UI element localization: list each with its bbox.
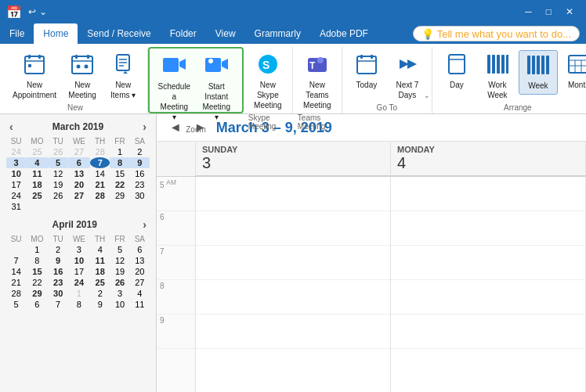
cal-cell[interactable]: 29 xyxy=(26,288,48,299)
monday-8am[interactable] xyxy=(391,280,585,315)
new-appointment-btn[interactable]: NewAppointment xyxy=(8,50,61,103)
menu-view[interactable]: View xyxy=(206,23,245,44)
menu-send-receive[interactable]: Send / Receive xyxy=(78,23,160,44)
sunday-6am[interactable] xyxy=(196,211,390,246)
cal-cell[interactable]: 27 xyxy=(68,146,90,157)
cal-cell[interactable]: 16 xyxy=(130,168,150,179)
cal-cell[interactable]: 26 xyxy=(49,190,68,201)
cal-cell[interactable]: 5 xyxy=(49,157,68,168)
schedule-meeting-btn[interactable]: Schedule aMeeting ▾ xyxy=(154,52,194,125)
cal-cell[interactable]: 3 xyxy=(6,157,26,168)
cal-cell[interactable]: 3 xyxy=(110,288,129,299)
cal-cell[interactable]: 22 xyxy=(26,277,48,288)
cal-cell[interactable]: 24 xyxy=(68,277,90,288)
new-items-btn[interactable]: NewItems ▾ xyxy=(103,50,143,103)
cal-cell[interactable]: 26 xyxy=(49,146,68,157)
cal-cell[interactable]: 24 xyxy=(6,146,26,157)
menu-home[interactable]: Home xyxy=(34,23,78,44)
sunday-5am[interactable] xyxy=(196,177,390,211)
cal-cell[interactable]: 10 xyxy=(68,255,90,266)
cal-cell[interactable]: 13 xyxy=(130,255,150,266)
april-next-btn[interactable]: › xyxy=(139,218,150,231)
menu-file[interactable]: File xyxy=(0,23,34,44)
undo-btn[interactable]: ↩ xyxy=(28,6,36,17)
today-btn[interactable]: Today xyxy=(347,50,386,93)
monday-6am[interactable] xyxy=(391,211,585,246)
cal-cell[interactable]: 2 xyxy=(130,146,150,157)
monday-7am[interactable] xyxy=(391,246,585,280)
sunday-8am[interactable] xyxy=(196,280,390,315)
cal-cell[interactable]: 16 xyxy=(49,266,68,277)
new-skype-btn[interactable]: S New SkypeMeeting xyxy=(248,50,288,113)
cal-cell[interactable]: 14 xyxy=(90,168,110,179)
monday-col[interactable] xyxy=(391,177,586,392)
menu-grammarly[interactable]: Grammarly xyxy=(245,23,310,44)
cal-cell[interactable]: 10 xyxy=(110,299,129,310)
cal-cell[interactable]: 6 xyxy=(130,244,150,255)
cal-cell[interactable]: 18 xyxy=(90,266,110,277)
start-instant-btn[interactable]: Start InstantMeeting ▾ xyxy=(196,52,237,125)
cal-cell[interactable]: 11 xyxy=(90,255,110,266)
cal-cell[interactable]: 24 xyxy=(6,190,26,201)
cal-cell[interactable]: 7 xyxy=(6,255,26,266)
cal-cell[interactable]: 13 xyxy=(68,168,90,179)
cal-cell[interactable]: 5 xyxy=(6,299,26,310)
cal-cell[interactable]: 19 xyxy=(49,179,68,190)
prev-month-btn[interactable]: ‹ xyxy=(6,120,16,133)
cal-cell[interactable]: 3 xyxy=(68,244,90,255)
cal-cell[interactable]: 4 xyxy=(90,244,110,255)
cal-cell[interactable]: 26 xyxy=(110,277,129,288)
cal-cell[interactable]: 22 xyxy=(110,179,129,190)
monday-9am[interactable] xyxy=(391,315,585,349)
cal-cell[interactable]: 25 xyxy=(26,146,48,157)
cal-cell[interactable]: 9 xyxy=(90,299,110,310)
cal-scroll-area[interactable]: 5 AM 6 7 8 9 xyxy=(157,177,586,392)
cal-cell[interactable]: 23 xyxy=(130,179,150,190)
cal-cell[interactable]: 8 xyxy=(110,157,129,168)
workweek-view-btn[interactable]: WorkWeek xyxy=(478,50,517,103)
cal-cell[interactable]: 5 xyxy=(110,244,129,255)
next7-btn[interactable]: Next 7Days xyxy=(388,50,427,103)
cal-cell[interactable]: 17 xyxy=(6,179,26,190)
cal-cell[interactable]: 4 xyxy=(130,288,150,299)
cal-cell[interactable]: 30 xyxy=(130,190,150,201)
cal-cell[interactable]: 2 xyxy=(90,288,110,299)
cal-cell[interactable]: 9 xyxy=(49,255,68,266)
sunday-7am[interactable] xyxy=(196,246,390,280)
cal-cell[interactable]: 28 xyxy=(90,146,110,157)
cal-cell[interactable]: 23 xyxy=(49,277,68,288)
cal-cell[interactable]: 1 xyxy=(110,146,129,157)
cal-cell[interactable]: 27 xyxy=(68,190,90,201)
cal-cell[interactable]: 18 xyxy=(26,179,48,190)
monday-5am[interactable] xyxy=(391,177,585,211)
next-month-btn[interactable]: › xyxy=(139,120,150,133)
cal-cell[interactable]: 1 xyxy=(26,244,48,255)
cal-cell[interactable]: 31 xyxy=(6,201,26,212)
sunday-9am[interactable] xyxy=(196,315,390,349)
cal-cell[interactable]: 19 xyxy=(110,266,129,277)
cal-cell[interactable]: 8 xyxy=(26,255,48,266)
cal-cell[interactable]: 20 xyxy=(130,266,150,277)
cal-cell[interactable]: 21 xyxy=(90,179,110,190)
menu-adobe[interactable]: Adobe PDF xyxy=(310,23,378,44)
cal-cell[interactable]: 11 xyxy=(26,168,48,179)
cal-cell[interactable]: 17 xyxy=(68,266,90,277)
cal-cell[interactable]: 8 xyxy=(68,299,90,310)
cal-cell[interactable]: 25 xyxy=(90,277,110,288)
cal-cell[interactable]: 15 xyxy=(110,168,129,179)
redo-btn[interactable]: ⌄ xyxy=(39,6,47,17)
minimize-btn[interactable]: ─ xyxy=(519,6,538,17)
menu-folder[interactable]: Folder xyxy=(161,23,206,44)
new-teams-btn[interactable]: T New TeamsMeeting xyxy=(298,50,337,113)
cal-cell[interactable]: 11 xyxy=(130,299,150,310)
cal-cell[interactable]: 27 xyxy=(130,277,150,288)
cal-cell[interactable]: 30 xyxy=(49,288,68,299)
cal-cell[interactable]: 20 xyxy=(68,179,90,190)
cal-cell[interactable]: 12 xyxy=(49,168,68,179)
cal-cell[interactable]: 6 xyxy=(68,157,90,168)
cal-cell[interactable]: 28 xyxy=(90,190,110,201)
cal-cell[interactable]: 28 xyxy=(6,288,26,299)
cal-cell[interactable]: 12 xyxy=(110,255,129,266)
month-view-btn[interactable]: Month xyxy=(559,50,586,93)
day-view-btn[interactable]: Day xyxy=(437,50,476,93)
